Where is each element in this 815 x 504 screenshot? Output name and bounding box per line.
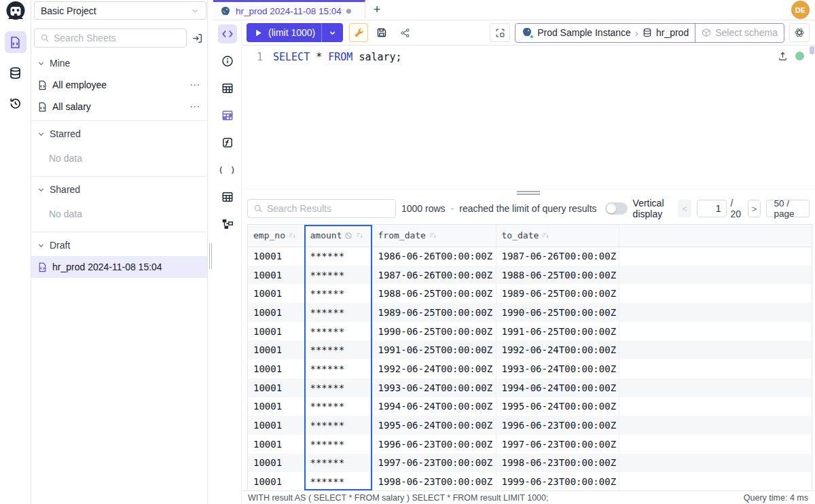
section-header-mine[interactable]: Mine <box>31 52 207 74</box>
table-cell[interactable]: 10001 <box>248 378 304 397</box>
table-cell[interactable]: ****** <box>304 266 372 285</box>
table-cell[interactable]: ****** <box>304 322 372 341</box>
table-cell[interactable]: ****** <box>304 416 372 435</box>
table-cell[interactable]: 1997-06-23T00:00:00Z <box>372 454 496 473</box>
table-cell[interactable]: 1996-06-23T00:00:00Z <box>496 416 619 435</box>
table-cell[interactable]: 10001 <box>248 322 304 341</box>
sort-icon[interactable] <box>541 231 550 240</box>
sidebar-tab-history[interactable] <box>5 92 26 114</box>
sort-icon[interactable] <box>288 231 297 240</box>
table-cell[interactable]: 1997-06-23T00:00:00Z <box>496 435 619 454</box>
table-cell[interactable]: 1993-06-24T00:00:00Z <box>496 359 619 378</box>
table-cell[interactable]: ****** <box>304 359 372 378</box>
table-cell[interactable]: 1999-06-23T00:00:00Z <box>496 472 619 490</box>
section-header-shared[interactable]: Shared <box>31 178 207 200</box>
section-header-starred[interactable]: Starred <box>31 122 207 145</box>
table-cell[interactable]: 1990-06-25T00:00:00Z <box>496 303 619 322</box>
page-number-input[interactable] <box>697 200 727 217</box>
table-cell[interactable]: 1987-06-26T00:00:00Z <box>496 247 619 266</box>
table-cell[interactable]: ****** <box>304 284 372 303</box>
sidebar-tab-worksheets[interactable] <box>5 31 26 53</box>
project-select[interactable]: Basic Project <box>34 1 206 20</box>
column-header-emp_no[interactable]: emp_no <box>248 225 304 247</box>
table-cell[interactable]: 1991-06-25T00:00:00Z <box>496 322 619 341</box>
prev-page-button[interactable]: < <box>678 200 691 217</box>
table-cell[interactable]: 1992-06-24T00:00:00Z <box>496 340 619 359</box>
table-cell[interactable]: 1988-06-25T00:00:00Z <box>496 266 619 285</box>
column-header-to_date[interactable]: to_date <box>496 225 619 247</box>
editor-scrollbar[interactable] <box>810 46 814 54</box>
table-cell[interactable]: 10001 <box>248 454 304 473</box>
tab-worksheet[interactable]: hr_prod 2024-11-08 15:04 <box>213 0 365 20</box>
table-cell[interactable]: 1993-06-24T00:00:00Z <box>372 378 496 397</box>
table-row[interactable]: 10001******1993-06-24T00:00:00Z1994-06-2… <box>248 378 812 397</box>
table-cell[interactable]: 10001 <box>248 359 304 378</box>
table-cell[interactable]: 10001 <box>248 435 304 454</box>
upload-sql-icon[interactable] <box>778 51 788 61</box>
sidebar-tab-databases[interactable] <box>5 62 26 84</box>
sql-editor[interactable]: 1 SELECT * FROM salary; <box>242 46 815 189</box>
ai-assistant-icon[interactable] <box>789 23 810 42</box>
table-cell[interactable]: ****** <box>304 472 372 490</box>
more-actions-icon[interactable]: ⋯ <box>189 79 200 91</box>
panel-resize-handle[interactable] <box>209 243 212 269</box>
table-row[interactable]: 10001******1992-06-24T00:00:00Z1993-06-2… <box>248 359 812 378</box>
table-cell[interactable]: 1992-06-24T00:00:00Z <box>372 359 496 378</box>
column-header-amount[interactable]: amount <box>304 225 372 247</box>
table-cell[interactable]: 1998-06-23T00:00:00Z <box>496 454 619 473</box>
table-row[interactable]: 10001******1997-06-23T00:00:00Z1998-06-2… <box>248 454 812 473</box>
table-cell[interactable]: ****** <box>304 378 372 397</box>
results-resizer[interactable] <box>242 189 815 196</box>
table-cell[interactable]: 1994-06-24T00:00:00Z <box>496 378 619 397</box>
sheet-item[interactable]: All salary ⋯ <box>31 96 207 118</box>
functions-icon[interactable] <box>218 133 237 152</box>
share-sheet-button[interactable] <box>395 23 414 42</box>
schema-select[interactable]: Select schema <box>695 24 784 42</box>
table-cell[interactable]: 1988-06-25T00:00:00Z <box>372 284 496 303</box>
save-sheet-button[interactable] <box>372 23 391 42</box>
code-editor-icon[interactable] <box>218 24 237 43</box>
table-row[interactable]: 10001******1994-06-24T00:00:00Z1995-06-2… <box>248 397 812 416</box>
table-row[interactable]: 10001******1989-06-25T00:00:00Z1990-06-2… <box>248 303 812 322</box>
table-cell[interactable]: 1989-06-25T00:00:00Z <box>372 303 496 322</box>
table-cell[interactable]: ****** <box>304 435 372 454</box>
format-sql-button[interactable] <box>349 23 368 42</box>
page-size-select[interactable]: 50 / page <box>766 200 810 217</box>
run-options-dropdown[interactable] <box>321 23 343 42</box>
sort-icon[interactable] <box>355 231 364 240</box>
table-cell[interactable]: ****** <box>304 454 372 473</box>
table-row[interactable]: 10001******1990-06-25T00:00:00Z1991-06-2… <box>248 322 812 341</box>
table-cell[interactable]: 1996-06-23T00:00:00Z <box>372 435 496 454</box>
sheet-item-draft-active[interactable]: hr_prod 2024-11-08 15:04 <box>31 256 207 278</box>
table-row[interactable]: 10001******1995-06-24T00:00:00Z1996-06-2… <box>248 416 812 435</box>
sort-icon[interactable] <box>429 231 437 240</box>
table-cell[interactable]: 1989-06-25T00:00:00Z <box>496 284 619 303</box>
table-cell[interactable]: 1987-06-26T00:00:00Z <box>372 266 496 285</box>
table-cell[interactable]: 10001 <box>248 266 304 285</box>
sheet-search-input[interactable] <box>54 33 181 43</box>
table-cell[interactable]: 10001 <box>248 472 304 490</box>
table-cell[interactable]: 1990-06-25T00:00:00Z <box>372 322 496 341</box>
er-diagram-icon[interactable] <box>218 215 237 234</box>
table-cell[interactable]: 1995-06-24T00:00:00Z <box>372 416 496 435</box>
table-cell[interactable]: 10001 <box>248 340 304 359</box>
more-actions-icon[interactable]: ⋯ <box>189 101 200 113</box>
batch-query-button[interactable] <box>490 23 510 42</box>
table-cell[interactable]: ****** <box>304 303 372 322</box>
table-row[interactable]: 10001******1996-06-23T00:00:00Z1997-06-2… <box>248 435 812 454</box>
vertical-display-toggle[interactable] <box>605 202 628 215</box>
table-row[interactable]: 10001******1987-06-26T00:00:00Z1988-06-2… <box>248 266 812 285</box>
run-query-button[interactable]: (limit 1000) <box>247 23 343 42</box>
table-row[interactable]: 10001******1988-06-25T00:00:00Z1989-06-2… <box>248 284 812 303</box>
table-cell[interactable]: 10001 <box>248 416 304 435</box>
table-cell[interactable]: ****** <box>304 340 372 359</box>
table-cell[interactable]: 10001 <box>248 303 304 322</box>
bytebase-logo-icon[interactable] <box>3 1 29 22</box>
table-cell[interactable]: 1994-06-24T00:00:00Z <box>372 397 496 416</box>
table-cell[interactable]: 10001 <box>248 247 304 266</box>
external-tables-icon[interactable] <box>218 187 237 206</box>
section-header-draft[interactable]: Draft <box>31 234 207 256</box>
instance-database-select[interactable]: Prod Sample Instance › hr_prod <box>515 24 695 42</box>
table-row[interactable]: 10001******1986-06-26T00:00:00Z1987-06-2… <box>248 247 812 266</box>
sheet-item[interactable]: All employee ⋯ <box>31 74 207 96</box>
